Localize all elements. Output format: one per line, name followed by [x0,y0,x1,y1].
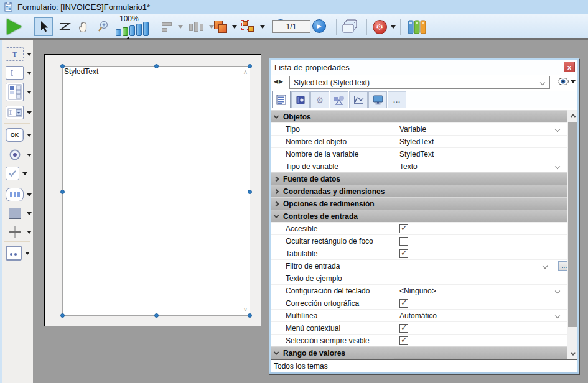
texto-ejemplo-field[interactable] [394,272,567,284]
selection-handle-bottom-right[interactable] [248,313,252,318]
selection-handle-top-right[interactable] [248,64,252,68]
scrollbar-thumb[interactable] [568,122,577,327]
segmented-tool[interactable] [6,187,33,203]
splitter-icon [6,226,24,238]
visibility-menu-button[interactable] [557,76,576,86]
entry-order-tool-button[interactable] [56,17,73,36]
text-tool-dropdown[interactable] [27,53,32,56]
form-windows-button[interactable] [341,17,362,36]
tab-objects[interactable] [330,91,348,108]
listbox-tool-dropdown[interactable] [27,91,32,94]
config-teclado-dropdown[interactable]: <Ninguno> [394,285,567,297]
tab-more[interactable]: ... [388,91,406,108]
execute-target-button[interactable]: ⚙ [371,17,388,36]
object-prev-next-arrows[interactable]: ◀▶ [274,78,284,85]
section-rango-valores[interactable]: Rango de valores [271,346,567,359]
selection-handle-bottom-left[interactable] [60,313,65,318]
tabulable-checkbox[interactable] [399,249,408,258]
checkbox-tool-dropdown[interactable] [22,172,27,175]
execute-dropdown[interactable] [390,17,397,36]
selection-handle-middle-right[interactable] [248,190,252,194]
chevron-down-icon [555,164,560,169]
scrollbar-down-button[interactable] [567,348,578,359]
library-button[interactable] [406,17,428,36]
select-tool-button[interactable] [34,17,53,36]
menu-contextual-checkbox[interactable] [399,324,408,333]
zoom-bar-400-icon[interactable] [136,24,142,36]
tab-book[interactable] [291,91,310,108]
tipo-variable-dropdown[interactable]: Texto [394,160,567,172]
rectangle-tool-dropdown[interactable] [27,212,32,215]
accesible-checkbox[interactable] [399,224,408,233]
button-tool[interactable]: OK [6,127,33,143]
rectangle-tool[interactable] [6,205,33,221]
ocultar-foco-checkbox[interactable] [399,237,408,246]
nombre-variable-field[interactable]: StyledText [394,148,567,160]
panel-title: Lista de propiedades [274,63,350,72]
text-tool[interactable]: T [6,46,33,62]
align-icon [162,22,172,26]
panel-close-button[interactable]: x [564,62,575,72]
zoom-bar-800-icon[interactable] [143,22,149,36]
splitter-tool-dropdown[interactable] [27,231,32,234]
radio-tool[interactable] [6,147,33,163]
property-row-seleccion-visible: Selección siempre visible [271,334,567,346]
nombre-objeto-field[interactable]: StyledText [394,136,567,147]
level-button[interactable] [212,17,230,36]
move-tool-button[interactable] [75,17,93,36]
form-canvas[interactable]: StyledText ∧ ∨ [44,54,261,326]
selection-handle-middle-left[interactable] [60,190,65,194]
object-selector-combo[interactable]: StyledText (StyledText) [289,76,550,89]
plugin-tool-dropdown[interactable] [25,252,30,255]
gear-red-icon: ⚙ [373,20,387,34]
plugin-tool[interactable] [6,245,33,261]
correccion-checkbox[interactable] [399,299,408,308]
input-tool-dropdown[interactable] [27,72,32,75]
zoom-bar-200-icon[interactable] [129,25,135,36]
next-page-button[interactable]: ▶ [312,19,326,33]
zoom-tool-button[interactable] [95,17,112,36]
property-row-nombre-objeto: Nombre del objeto StyledText [271,135,567,147]
listbox-tool[interactable] [6,82,33,102]
button-tool-dropdown[interactable] [27,134,32,137]
group-dropdown[interactable] [259,17,266,36]
styledtext-object[interactable]: StyledText ∧ ∨ [62,66,250,316]
combobox-tool[interactable] [6,104,33,121]
selection-handle-bottom-center[interactable] [154,313,159,318]
tipo-dropdown[interactable]: Variable [394,123,567,135]
scrollbar-up-button[interactable] [567,110,578,121]
radio-tool-dropdown[interactable] [27,154,32,157]
level-dropdown[interactable] [231,17,238,36]
section-opciones-redimension[interactable]: Opciones de redimensión [271,197,567,210]
section-coordenadas[interactable]: Coordenadas y dimensiones [271,185,567,197]
run-form-button[interactable] [5,17,24,36]
multilinea-dropdown[interactable]: Automático [394,310,567,321]
group-button[interactable] [240,17,258,36]
selection-handle-top-left[interactable] [60,64,65,68]
segmented-tool-dropdown[interactable] [27,193,32,196]
filtro-entrada-dropdown[interactable]: ... [394,260,567,272]
combobox-tool-dropdown[interactable] [27,111,32,114]
chevron-down-icon [274,113,279,118]
section-controles-entrada[interactable]: Controles de entrada [271,210,567,222]
selection-handle-top-center[interactable] [154,64,159,68]
property-row-config-teclado: Configuración del teclado <Ninguno> [271,284,567,297]
zoom-bar-100-icon[interactable] [123,27,128,36]
section-objetos[interactable]: Objetos [271,110,567,122]
zoom-level-control[interactable]: 100% [116,16,153,39]
tab-property-list[interactable] [272,91,291,108]
tab-display[interactable] [368,91,387,108]
horizontal-scrollbar-thumb[interactable] [394,358,430,359]
splitter-tool[interactable] [6,224,33,240]
magnifier-plus-icon [96,20,110,34]
property-row-filtro-entrada: Filtro de entrada ... [271,259,567,272]
checkbox-tool[interactable] [6,165,33,182]
page-indicator-field[interactable]: 1/1 [272,20,310,33]
input-tool[interactable] [6,65,33,81]
seleccion-visible-checkbox[interactable] [399,336,408,345]
tab-chart[interactable] [349,91,368,108]
panel-scrollbar[interactable] [567,110,577,359]
zoom-bar-50-icon[interactable] [116,29,121,36]
section-fuente-de-datos[interactable]: Fuente de datos [271,172,567,185]
tab-settings[interactable]: ⚙ [310,91,329,108]
